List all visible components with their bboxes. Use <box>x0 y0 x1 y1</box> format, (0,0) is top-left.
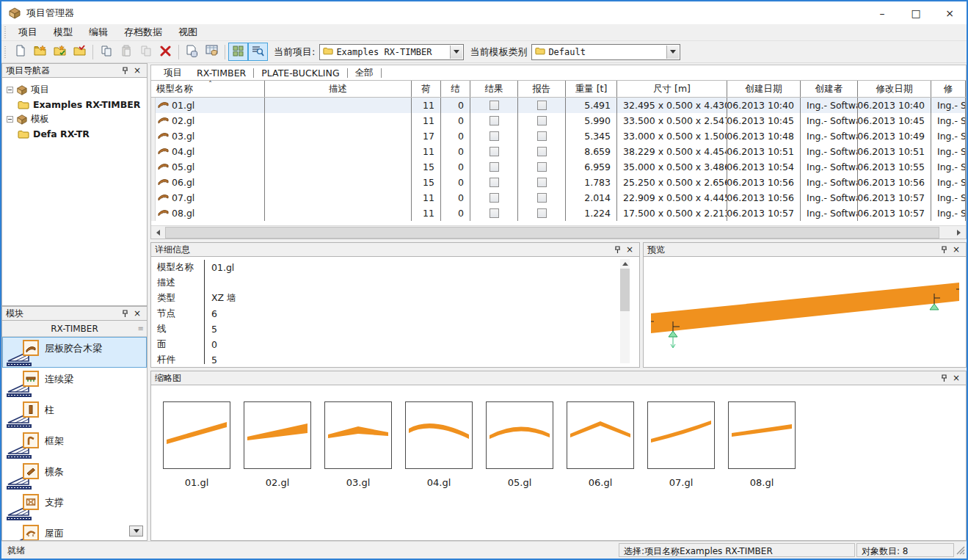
results-checkbox[interactable] <box>490 131 499 141</box>
dropdown-arrow-icon[interactable] <box>666 46 679 59</box>
column-header-size[interactable]: 尺寸 [m] <box>617 81 727 97</box>
close-button[interactable]: × <box>933 1 967 24</box>
module-frame[interactable]: 框架 <box>2 429 147 460</box>
view-thumbnails-toggle[interactable] <box>228 43 248 61</box>
modules-scroll-down-button[interactable] <box>129 526 143 537</box>
table-row[interactable]: 01.gl 11 0 5.491 32.495 x 0.500 x 4.430 … <box>151 98 966 113</box>
report-checkbox[interactable] <box>537 193 547 203</box>
tab-project[interactable]: 项目 <box>156 66 189 80</box>
thumbnail-image[interactable] <box>163 401 230 469</box>
column-header-load-cases[interactable]: 荷 <box>412 81 441 97</box>
thumbnail-image[interactable] <box>244 401 311 469</box>
table-row[interactable]: 04.gl 11 0 8.659 38.229 x 0.500 x 4.454 … <box>151 144 966 159</box>
tab-plate-buckling[interactable]: PLATE-BUCKLING <box>254 67 346 79</box>
paste-button[interactable] <box>116 43 136 61</box>
column-header-report[interactable]: 报告 <box>518 81 566 97</box>
results-checkbox[interactable] <box>490 162 499 172</box>
report-checkbox[interactable] <box>537 101 547 110</box>
results-checkbox[interactable] <box>490 178 499 187</box>
column-header-results[interactable]: 结果 <box>470 81 518 97</box>
report-checkbox[interactable] <box>537 116 547 126</box>
report-checkbox[interactable] <box>537 162 547 172</box>
pin-icon[interactable] <box>939 373 950 383</box>
toolbar-grip[interactable] <box>4 46 7 58</box>
tree-node-projects[interactable]: 项目 <box>2 82 147 97</box>
close-icon[interactable]: × <box>131 308 143 319</box>
close-icon[interactable]: × <box>950 244 962 255</box>
scroll-right-icon[interactable] <box>953 227 965 239</box>
thumbnail-item[interactable]: 01.gl <box>156 401 237 488</box>
column-header-model-name[interactable]: 模型名称 ˆ <box>151 81 265 97</box>
tree-node-default-template[interactable]: Defa RX-TR <box>2 126 147 141</box>
preview-canvas[interactable] <box>643 257 967 368</box>
scroll-up-icon[interactable] <box>620 259 630 268</box>
collapse-icon[interactable] <box>7 116 13 123</box>
pin-icon[interactable] <box>612 244 624 255</box>
thumbnail-image[interactable] <box>486 401 553 469</box>
confirm-project-button[interactable] <box>70 43 90 61</box>
table-row[interactable]: 07.gl 11 0 2.014 22.909 x 0.500 x 4.445 … <box>151 190 966 206</box>
column-header-description[interactable]: 描述 <box>265 81 412 97</box>
tree-node-examples-rx-timber[interactable]: Examples RX-TIMBER <box>2 97 147 112</box>
thumbnail-item[interactable]: 07.gl <box>641 401 721 488</box>
thumbnail-item[interactable]: 05.gl <box>479 401 560 488</box>
module-continuous-beam[interactable]: 连续梁 <box>2 368 147 399</box>
pin-icon[interactable] <box>120 65 131 76</box>
thumbnail-item[interactable]: 06.gl <box>560 401 641 488</box>
thumbnail-image[interactable] <box>567 401 634 469</box>
thumbnail-image[interactable] <box>728 401 796 469</box>
menu-edit[interactable]: 编辑 <box>81 24 116 40</box>
menu-view[interactable]: 视图 <box>170 24 205 40</box>
thumbnail-image[interactable] <box>324 401 392 469</box>
scroll-left-icon[interactable] <box>152 227 164 239</box>
module-column[interactable]: 柱 <box>2 399 147 429</box>
report-checkbox[interactable] <box>537 208 547 218</box>
thumbnail-item[interactable]: 08.gl <box>721 401 802 488</box>
tree-node-templates[interactable]: 模板 <box>2 112 147 126</box>
results-checkbox[interactable] <box>490 116 499 126</box>
maximize-button[interactable]: □ <box>899 1 933 24</box>
table-row[interactable]: 05.gl 15 0 6.959 35.000 x 0.500 x 3.486 … <box>151 159 966 175</box>
copy-special-button[interactable] <box>136 43 156 61</box>
vertical-scrollbar[interactable] <box>620 259 630 363</box>
results-checkbox[interactable] <box>490 193 499 203</box>
template-category-combobox[interactable]: Default <box>531 44 680 60</box>
pin-icon[interactable] <box>939 244 950 255</box>
module-purlin[interactable]: 檩条 <box>2 460 147 491</box>
scrollbar-thumb[interactable] <box>165 227 939 239</box>
table-row[interactable]: 02.gl 11 0 5.990 33.500 x 0.500 x 2.547 … <box>151 113 966 128</box>
column-header-modified[interactable]: 修改日期 <box>858 81 931 97</box>
column-header-creator[interactable]: 创建者 <box>801 81 858 97</box>
column-header-combos[interactable]: 结 <box>441 81 470 97</box>
report-checkbox[interactable] <box>537 147 547 156</box>
module-roof[interactable]: 屋面 <box>2 522 147 541</box>
results-checkbox[interactable] <box>490 101 499 110</box>
close-icon[interactable]: × <box>624 244 636 255</box>
resize-grip[interactable] <box>955 545 965 557</box>
archive-button[interactable] <box>202 43 222 61</box>
close-icon[interactable]: × <box>950 373 962 383</box>
close-icon[interactable]: × <box>131 65 143 76</box>
module-glulam-beam[interactable]: 层板胶合木梁 <box>2 337 147 368</box>
results-checkbox[interactable] <box>490 208 499 218</box>
pin-icon[interactable] <box>120 308 131 319</box>
table-row[interactable]: 06.gl 15 0 1.783 25.250 x 0.500 x 2.656 … <box>151 175 966 190</box>
column-header-created[interactable]: 创建日期 <box>727 81 801 97</box>
thumbnail-image[interactable] <box>405 401 473 469</box>
report-checkbox[interactable] <box>537 178 547 187</box>
current-project-combobox[interactable]: Examples RX-TIMBER <box>319 44 464 60</box>
column-header-modifier[interactable]: 修 <box>931 81 966 97</box>
menu-archive-data[interactable]: 存档数据 <box>116 24 170 40</box>
new-project-button[interactable] <box>30 43 50 61</box>
report-checkbox[interactable] <box>537 131 547 141</box>
thumbnail-item[interactable]: 03.gl <box>318 401 399 488</box>
results-checkbox[interactable] <box>490 147 499 156</box>
column-header-weight[interactable]: 重量 [t] <box>566 81 617 97</box>
copy-button[interactable] <box>96 43 116 61</box>
delete-button[interactable] <box>156 43 175 61</box>
module-bracing[interactable]: 支撑 <box>2 491 147 522</box>
module-group-rx-timber[interactable]: RX-TIMBER ≡ <box>2 321 147 337</box>
tab-rx-timber[interactable]: RX-TIMBER <box>189 67 253 79</box>
view-details-toggle[interactable] <box>248 43 268 61</box>
thumbnail-image[interactable] <box>647 401 715 469</box>
